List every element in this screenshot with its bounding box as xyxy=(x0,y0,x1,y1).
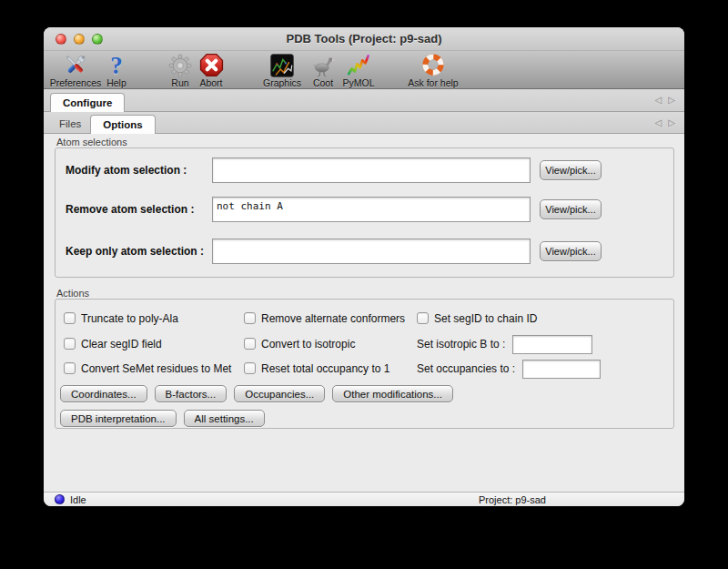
toolbar-button-abort[interactable]: Abort xyxy=(193,52,229,88)
checkbox-convert-to-isotropic[interactable]: Convert to isotropic xyxy=(244,337,355,351)
close-window-button[interactable] xyxy=(56,34,66,45)
checkbox-icon[interactable] xyxy=(244,312,256,324)
pymol-ribbon-icon xyxy=(346,52,371,78)
remove-view-pick-button[interactable]: View/pick... xyxy=(540,199,602,219)
coot-bird-icon xyxy=(309,52,337,78)
coordinates-button[interactable]: Coordinates... xyxy=(60,385,147,402)
other-modifications-button[interactable]: Other modifications... xyxy=(332,385,453,402)
checkbox-label: Reset total occupancy to 1 xyxy=(261,362,389,375)
secondary-tab-bar: Files Options ◁ ▷ xyxy=(44,112,684,134)
toolbar-label-abort: Abort xyxy=(199,78,222,88)
toolbar: Preferences ? Help xyxy=(44,51,684,89)
lifebuoy-icon xyxy=(420,52,447,78)
toolbar-label-ask-for-help: Ask for help xyxy=(408,78,458,88)
checkbox-icon[interactable] xyxy=(417,312,429,324)
toolbar-button-preferences[interactable]: Preferences xyxy=(52,52,99,88)
toolbar-button-run[interactable]: Run xyxy=(166,52,195,88)
tab-files[interactable]: Files xyxy=(50,114,90,133)
checkbox-icon[interactable] xyxy=(64,338,76,350)
status-indicator-icon xyxy=(55,494,65,504)
scroll-right-icon[interactable]: ▷ xyxy=(668,96,675,105)
keep-only-atom-selection-label: Keep only atom selection : xyxy=(66,245,204,258)
primary-tab-bar: Configure ◁ ▷ xyxy=(44,89,684,112)
status-bar: Idle Project: p9-sad xyxy=(44,492,684,506)
tab-configure[interactable]: Configure xyxy=(50,93,125,112)
set-isotropic-b-input[interactable] xyxy=(512,335,592,354)
toolbar-button-pymol[interactable]: PyMOL xyxy=(339,52,379,88)
checkbox-label: Remove alternate conformers xyxy=(261,312,405,325)
checkbox-label: Convert SeMet residues to Met xyxy=(81,362,231,375)
toolbar-label-coot: Coot xyxy=(313,78,333,88)
set-isotropic-b-label: Set isotropic B to : xyxy=(417,338,505,351)
checkbox-label: Clear segID field xyxy=(81,338,162,351)
remove-atom-selection-label: Remove atom selection : xyxy=(66,203,194,216)
window-title: PDB Tools (Project: p9-sad) xyxy=(287,32,442,46)
actions-button-row-2: PDB interpretation... All settings... xyxy=(60,410,265,427)
window-controls xyxy=(56,34,103,45)
molecule-graphics-icon xyxy=(269,52,295,78)
status-text: Idle xyxy=(70,494,86,505)
atom-selections-group-label: Atom selections xyxy=(56,137,127,147)
scroll-right-icon[interactable]: ▷ xyxy=(668,118,675,127)
toolbar-label-preferences: Preferences xyxy=(50,78,102,88)
options-panel: Atom selections Modify atom selection : … xyxy=(44,134,684,492)
toolbar-label-graphics: Graphics xyxy=(263,78,301,88)
stop-x-icon xyxy=(198,52,225,78)
set-occupancies-row: Set occupancies to : xyxy=(417,358,601,380)
set-occupancies-label: Set occupancies to : xyxy=(417,362,515,375)
modify-view-pick-button[interactable]: View/pick... xyxy=(540,160,602,180)
all-settings-button[interactable]: All settings... xyxy=(184,410,265,427)
toolbar-label-pymol: PyMOL xyxy=(342,78,374,88)
scroll-left-icon[interactable]: ◁ xyxy=(655,118,662,127)
toolbar-label-help: Help xyxy=(106,78,126,88)
checkbox-label: Truncate to poly-Ala xyxy=(81,312,178,325)
gear-icon xyxy=(167,52,193,78)
actions-button-row-1: Coordinates... B-factors... Occupancies.… xyxy=(60,385,453,402)
checkbox-icon[interactable] xyxy=(244,338,256,350)
checkbox-set-segid-to-chain-id[interactable]: Set segID to chain ID xyxy=(417,311,537,325)
question-mark-icon: ? xyxy=(110,52,123,78)
keep-only-atom-selection-field[interactable] xyxy=(212,239,531,264)
tab-options[interactable]: Options xyxy=(90,115,155,134)
scroll-left-icon[interactable]: ◁ xyxy=(655,96,662,105)
b-factors-button[interactable]: B-factors... xyxy=(155,385,228,402)
toolbar-button-coot[interactable]: Coot xyxy=(307,52,339,88)
occupancies-button[interactable]: Occupancies... xyxy=(234,385,325,402)
keep-only-view-pick-button[interactable]: View/pick... xyxy=(540,241,602,261)
checkbox-clear-segid-field[interactable]: Clear segID field xyxy=(64,337,162,351)
primary-tab-scroll-arrows: ◁ ▷ xyxy=(655,89,675,111)
actions-group-label: Actions xyxy=(56,288,89,299)
checkbox-truncate-poly-ala[interactable]: Truncate to poly-Ala xyxy=(64,311,178,325)
tools-icon xyxy=(62,52,89,78)
modify-atom-selection-label: Modify atom selection : xyxy=(66,164,187,177)
set-occupancies-input[interactable] xyxy=(522,360,601,379)
remove-atom-selection-field[interactable]: not chain A xyxy=(212,197,531,222)
modify-atom-selection-field[interactable] xyxy=(212,157,531,183)
checkbox-icon[interactable] xyxy=(64,362,76,374)
checkbox-icon[interactable] xyxy=(64,312,76,324)
minimize-window-button[interactable] xyxy=(74,34,85,45)
checkbox-icon[interactable] xyxy=(244,362,256,374)
checkbox-convert-semet-to-met[interactable]: Convert SeMet residues to Met xyxy=(64,361,231,375)
checkbox-label: Convert to isotropic xyxy=(261,338,355,351)
toolbar-button-graphics[interactable]: Graphics xyxy=(258,52,307,88)
checkbox-remove-alternate-conformers[interactable]: Remove alternate conformers xyxy=(244,311,405,325)
secondary-tab-scroll-arrows: ◁ ▷ xyxy=(655,112,675,133)
title-bar: PDB Tools (Project: p9-sad) xyxy=(44,27,684,51)
toolbar-button-ask-for-help[interactable]: Ask for help xyxy=(403,52,463,88)
checkbox-label: Set segID to chain ID xyxy=(434,312,537,325)
project-label: Project: p9-sad xyxy=(444,494,581,505)
app-window: PDB Tools (Project: p9-sad) xyxy=(44,27,684,506)
checkbox-reset-total-occupancy[interactable]: Reset total occupancy to 1 xyxy=(244,361,389,375)
toolbar-label-run: Run xyxy=(171,78,188,88)
pdb-interpretation-button[interactable]: PDB interpretation... xyxy=(60,410,177,427)
toolbar-button-help[interactable]: ? Help xyxy=(100,52,133,88)
set-isotropic-b-row: Set isotropic B to : xyxy=(417,333,592,355)
zoom-window-button[interactable] xyxy=(92,34,103,45)
